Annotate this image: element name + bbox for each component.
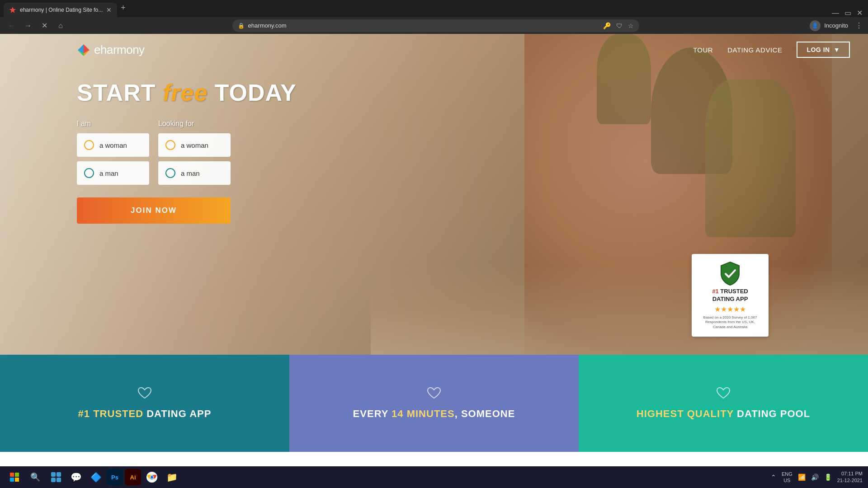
widget-sq-3 [51,478,56,482]
signup-form: I am Looking for a woman a woman [77,120,240,224]
address-text: eharmony.com [248,22,287,29]
badge-title: #1 TRUSTEDDATING APP [699,288,761,303]
logo-text: eharmony [94,43,145,57]
address-bar-row: ← → ✕ ⌂ 🔒 eharmony.com 🔑 🛡 ☆ 👤 Incognito… [0,17,868,34]
i-am-woman-radio[interactable] [84,140,94,150]
login-button[interactable]: LOG IN ▼ [797,42,850,58]
folder-icon: 📁 [166,472,178,483]
bookmark-star-icon[interactable]: ☆ [628,22,634,29]
address-box[interactable]: 🔒 eharmony.com 🔑 🛡 ☆ [232,19,639,32]
new-tab-button[interactable]: + [121,3,126,13]
taskbar-app-photoshop[interactable]: Ps [107,469,123,485]
taskbar-app-explorer[interactable]: 📁 [163,468,181,486]
chat-icon: 💬 [71,472,82,483]
browser-tab-active[interactable]: eharmony | Online Dating Site fo... ✕ [4,3,117,17]
badge-shield-icon [719,261,741,286]
start-button[interactable] [5,468,24,486]
shield-extension-icon[interactable]: 🛡 [616,22,623,29]
logo-diamond-icon [77,43,90,57]
taskbar-app-widgets[interactable] [47,468,65,486]
reload-button[interactable]: ✕ [38,19,51,32]
badge-subtitle: Based on a 2020 Survey of 1,067 Responde… [699,315,761,329]
tab-favicon [9,6,16,14]
badge-rank: #1 [712,288,718,295]
widget-sq-1 [51,472,56,477]
taskbar-search-button[interactable]: 🔍 [27,469,43,485]
badge-stars: ★★★★★ [699,305,761,314]
chrome-icon [146,472,157,483]
reload-icon: ✕ [42,21,47,30]
taskbar: 🔍 💬 🔷 Ps Ai [0,466,868,488]
key-icon[interactable]: 🔑 [603,22,611,29]
stat-text-1: #1 TRUSTED DATING APP [78,408,212,420]
dating-advice-nav-link[interactable]: DATING ADVICE [727,46,782,54]
i-am-woman-option[interactable]: a woman [77,133,149,157]
tab-close-icon[interactable]: ✕ [106,6,112,14]
headline-free: free [163,80,208,106]
hero-image-area [371,34,868,355]
stat-plain-1: DATING APP [146,408,211,419]
win-sq-blue [10,478,14,482]
stat-plain-3: DATING POOL [737,408,810,419]
stat-quality: HIGHEST QUALITY DATING POOL [579,355,868,452]
browser-chrome: eharmony | Online Dating Site fo... ✕ + … [0,0,868,34]
svg-point-5 [151,476,153,479]
stat-text-3: HIGHEST QUALITY DATING POOL [637,408,810,420]
looking-for-man-option[interactable]: a man [158,161,231,185]
headline-end: TODAY [208,80,297,106]
i-am-man-radio[interactable] [84,168,94,178]
looking-for-man-radio[interactable] [165,168,175,178]
stat-heart-icon-1 [137,387,152,403]
stat-trusted: #1 TRUSTED DATING APP [0,355,289,452]
taskbar-time: 07:11 PM [837,470,863,477]
win-sq-yellow [15,478,19,482]
search-icon: 🔍 [30,472,40,482]
minimize-icon[interactable]: — [832,9,839,17]
restore-icon[interactable]: ▭ [844,9,851,17]
widget-sq-4 [57,478,61,482]
back-button[interactable]: ← [5,19,18,32]
forward-button[interactable]: → [22,19,34,32]
taskbar-datetime[interactable]: 07:11 PM 21-12-2021 [837,470,863,484]
taskbar-app-blender[interactable]: 🔷 [87,468,105,486]
logo[interactable]: eharmony [77,43,145,57]
battery-icon[interactable]: 🔋 [824,474,832,481]
photoshop-icon: Ps [111,474,118,481]
widgets-icon [51,472,61,482]
form-row-man: a man a man [77,161,240,185]
looking-for-man-label: a man [181,169,200,177]
home-icon: ⌂ [58,22,63,30]
browser-menu-icon[interactable]: ⋮ [855,21,863,30]
i-am-man-option[interactable]: a man [77,161,149,185]
volume-icon[interactable]: 🔊 [811,474,819,481]
tab-bar: eharmony | Online Dating Site fo... ✕ + … [0,0,868,17]
stat-heart-icon-3 [716,387,731,403]
tab-title: eharmony | Online Dating Site fo... [20,7,103,13]
hero-headline: START free TODAY [77,79,297,106]
blender-icon: 🔷 [90,472,102,483]
looking-for-woman-radio[interactable] [165,140,175,150]
home-button[interactable]: ⌂ [54,19,67,32]
lock-icon: 🔒 [238,23,245,29]
tray-up-icon[interactable]: ⌃ [771,474,776,481]
nav-links: TOUR DATING ADVICE LOG IN ▼ [693,42,850,58]
tour-nav-link[interactable]: TOUR [693,46,713,54]
win-sq-green [15,473,19,477]
tray-lang-label: ENGUS [782,471,793,484]
join-now-button[interactable]: JOIN NOW [77,197,231,224]
stat-highlight-3: HIGHEST QUALITY [637,408,737,419]
login-label: LOG IN [807,46,830,53]
forward-icon: → [24,22,32,30]
incognito-label: Incognito [824,22,848,29]
looking-for-woman-label: a woman [181,141,208,149]
site-navigation: eharmony TOUR DATING ADVICE LOG IN ▼ [0,34,868,66]
wifi-icon[interactable]: 📶 [798,474,806,481]
window-close-icon[interactable]: ✕ [857,9,863,17]
taskbar-app-chat[interactable]: 💬 [67,468,85,486]
stat-highlight-1: #1 TRUSTED [78,408,147,419]
taskbar-app-chrome[interactable] [143,468,161,486]
windows-icon [10,473,19,482]
looking-for-woman-option[interactable]: a woman [158,133,231,157]
taskbar-date: 21-12-2021 [837,477,863,484]
taskbar-app-illustrator[interactable]: Ai [125,469,141,485]
